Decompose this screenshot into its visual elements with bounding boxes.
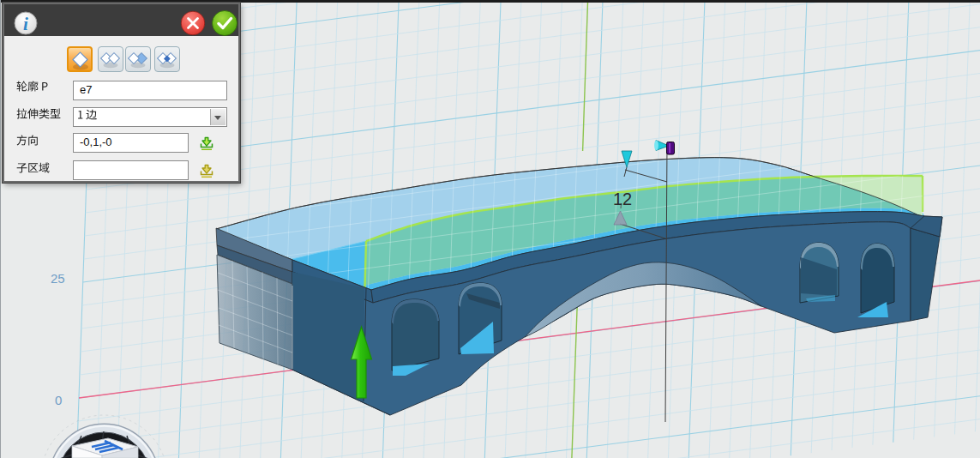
svg-text:i: i bbox=[23, 14, 28, 34]
svg-text:0: 0 bbox=[55, 393, 62, 407]
svg-text:25: 25 bbox=[51, 271, 65, 286]
svg-text:12: 12 bbox=[613, 190, 632, 208]
